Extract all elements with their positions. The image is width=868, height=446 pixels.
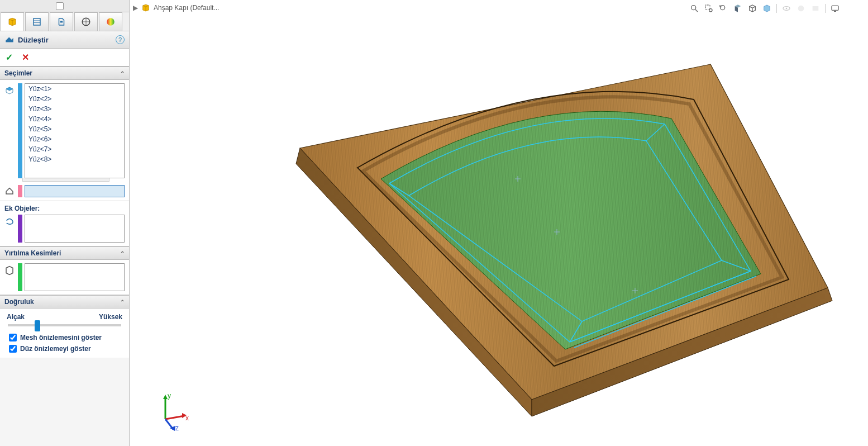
cancel-button[interactable]: ✕ <box>22 52 29 63</box>
section-tearcuts-body <box>0 260 129 295</box>
tab-configuration-manager[interactable] <box>50 12 73 31</box>
triad-z-label: z <box>175 424 179 431</box>
list-item[interactable]: Yüz<3> <box>25 104 124 114</box>
extra-objects-label: Ek Objeler: <box>4 205 125 212</box>
tab-dimxpert[interactable] <box>74 12 98 31</box>
section-tearcuts-head[interactable]: Yırtılma Kesimleri ⌃ <box>0 246 129 260</box>
flat-preview-label: Düz önizlemeyi göster <box>20 345 91 353</box>
accuracy-low-label: Alçak <box>7 313 25 321</box>
svg-rect-3 <box>60 21 63 23</box>
flatten-icon <box>4 35 15 45</box>
section-accuracy-title: Doğruluk <box>4 298 34 306</box>
mesh-preview-checkbox[interactable] <box>9 334 17 341</box>
list-item[interactable]: Yüz<8> <box>25 154 124 164</box>
extra-objects-list[interactable] <box>25 215 125 243</box>
panel-dock-strip <box>0 0 129 12</box>
mesh-preview-label: Mesh önizlemesini göster <box>20 334 102 341</box>
feature-header: Düzleştir ? <box>0 31 129 49</box>
triad-x-label: x <box>185 414 189 422</box>
selection-color-bar-green <box>18 263 22 291</box>
fixed-face-icon <box>4 186 16 197</box>
section-selections-title: Seçimler <box>4 69 32 77</box>
tear-cuts-icon <box>4 263 16 277</box>
dock-toggle-icon[interactable] <box>56 2 64 10</box>
tear-cuts-list[interactable] <box>25 263 125 291</box>
svg-rect-0 <box>34 18 40 25</box>
tab-feature-manager[interactable] <box>1 12 24 31</box>
list-item[interactable]: Yüz<5> <box>25 124 124 134</box>
property-panel: Düzleştir ? ✓ ✕ Seçimler ⌃ Yüz<1> Yüz<2>… <box>0 0 130 446</box>
section-selections-body: Yüz<1> Yüz<2> Yüz<3> Yüz<4> Yüz<5> Yüz<6… <box>0 80 129 201</box>
sidebar-tabs <box>0 12 129 31</box>
svg-point-7 <box>107 18 115 26</box>
list-item[interactable]: Yüz<2> <box>25 94 124 104</box>
3d-viewport[interactable]: ▶ Ahşap Kapı (Default... <box>130 0 868 446</box>
list-item[interactable]: Yüz<1> <box>25 84 124 94</box>
selection-color-bar <box>18 83 22 178</box>
chevron-up-icon[interactable]: ⌃ <box>120 250 125 257</box>
section-extra-objects: Ek Objeler: <box>0 201 129 246</box>
flat-preview-check-row[interactable]: Düz önizlemeyi göster <box>4 343 125 354</box>
tab-property-manager[interactable] <box>25 12 49 31</box>
list-item[interactable]: Yüz<6> <box>25 134 124 144</box>
svg-marker-41 <box>163 395 168 399</box>
chevron-up-icon[interactable]: ⌃ <box>120 299 125 305</box>
mesh-preview-check-row[interactable]: Mesh önizlemesini göster <box>4 332 125 343</box>
svg-line-42 <box>165 416 184 419</box>
confirm-row: ✓ ✕ <box>0 49 129 67</box>
selection-color-bar-purple <box>18 215 22 243</box>
section-accuracy-body: Alçak Yüksek Mesh önizlemesini göster Dü… <box>0 309 129 358</box>
flat-preview-checkbox[interactable] <box>9 345 17 353</box>
section-tearcuts-title: Yırtılma Kesimleri <box>4 249 61 257</box>
selection-color-bar-pink <box>18 185 22 197</box>
ok-button[interactable]: ✓ <box>6 52 13 63</box>
list-item[interactable]: Yüz<4> <box>25 114 124 124</box>
chevron-up-icon[interactable]: ⌃ <box>120 70 125 77</box>
view-triad[interactable]: y x z <box>153 392 192 431</box>
help-icon[interactable]: ? <box>116 35 125 44</box>
list-item[interactable]: Yüz<7> <box>25 144 124 154</box>
accuracy-high-label: Yüksek <box>99 313 122 321</box>
faces-icon <box>4 83 16 97</box>
accuracy-slider[interactable] <box>8 324 121 326</box>
triad-y-label: y <box>168 392 171 400</box>
list-resize-handle[interactable] <box>22 178 109 182</box>
feature-title: Düzleştir <box>18 36 116 44</box>
section-selections-head[interactable]: Seçimler ⌃ <box>0 67 129 80</box>
face-selection-list[interactable]: Yüz<1> Yüz<2> Yüz<3> Yüz<4> Yüz<5> Yüz<6… <box>25 83 125 178</box>
slider-thumb[interactable] <box>35 320 40 331</box>
extra-objects-icon <box>4 215 16 229</box>
model-render[interactable] <box>130 0 868 446</box>
fixed-face-input[interactable] <box>25 185 125 197</box>
tab-display-manager[interactable] <box>99 12 122 31</box>
section-accuracy-head[interactable]: Doğruluk ⌃ <box>0 295 129 309</box>
